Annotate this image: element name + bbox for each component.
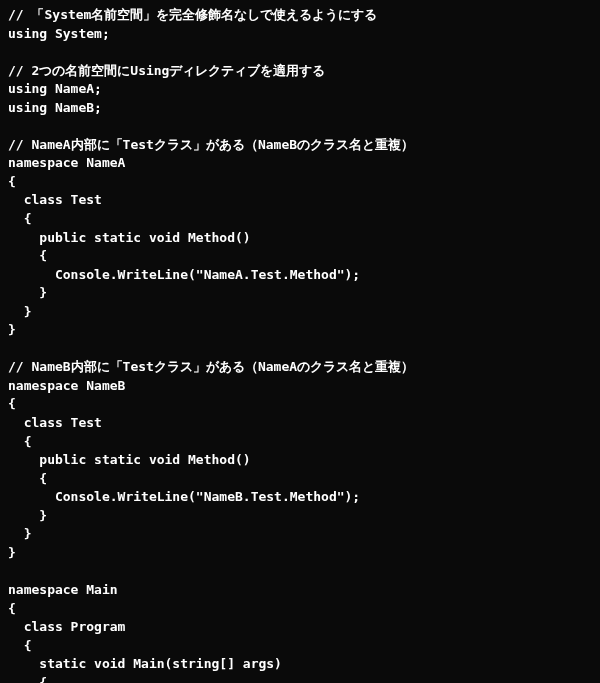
- code-content: // 「System名前空間」を完全修飾名なしで使えるようにする using S…: [8, 7, 414, 683]
- code-block: // 「System名前空間」を完全修飾名なしで使えるようにする using S…: [0, 0, 600, 683]
